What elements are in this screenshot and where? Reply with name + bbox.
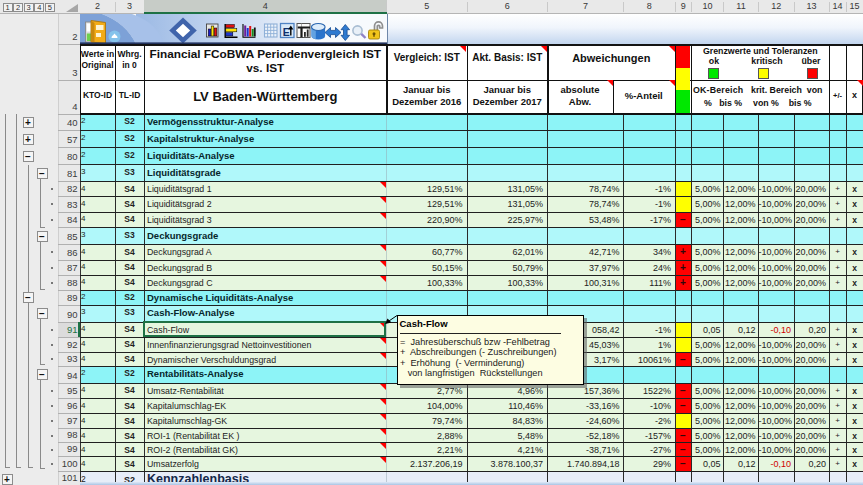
svg-text:E: E bbox=[283, 26, 290, 38]
